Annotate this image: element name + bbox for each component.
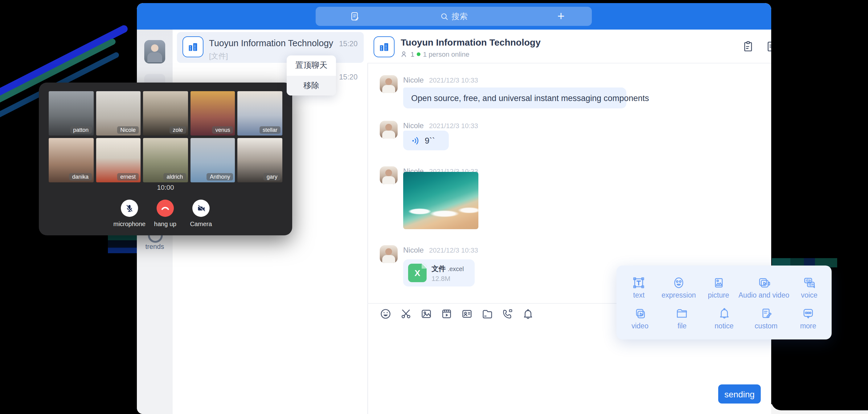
participant-tile[interactable]: venus xyxy=(190,91,235,135)
participant-tile[interactable]: Anthony xyxy=(190,138,235,182)
panel-item-more[interactable]: more xyxy=(787,302,829,333)
panel-item-expression[interactable]: expression xyxy=(659,272,699,302)
notification-bell-icon[interactable] xyxy=(522,308,534,320)
participant-name: stellar xyxy=(259,126,280,134)
file-size: 12.8M xyxy=(432,275,450,282)
chat-header-actions xyxy=(742,41,771,52)
panel-item-picture[interactable]: picture xyxy=(699,272,739,302)
chat-title: Tuoyun Information Technology xyxy=(401,37,541,47)
message-timestamp: 2021/12/3 10:33 xyxy=(429,122,478,129)
app-top-bar: 搜索 + xyxy=(137,3,771,30)
excel-file-icon: X xyxy=(408,264,427,282)
participant-name: danika xyxy=(69,173,92,181)
panel-item-audio-video[interactable]: Audio and video xyxy=(739,272,789,302)
image-message-beach-photo[interactable] xyxy=(403,172,478,229)
participant-name: patton xyxy=(70,126,92,134)
panel-item-custom[interactable]: custom xyxy=(745,302,787,333)
sender-name: Nicole xyxy=(403,121,424,130)
background-dark-window xyxy=(771,0,868,410)
building-icon xyxy=(378,41,390,53)
members-icon xyxy=(401,51,408,58)
participant-tile[interactable]: Nicole xyxy=(96,91,141,135)
voice-message-bubble[interactable]: 9`` xyxy=(403,131,449,150)
participant-tile[interactable]: ernest xyxy=(96,138,141,182)
hang-up-button[interactable] xyxy=(157,200,174,217)
panel-item-file[interactable]: file xyxy=(661,302,703,333)
file-extension: .excel xyxy=(447,265,464,272)
video-icon xyxy=(633,307,647,320)
video-clip-icon[interactable] xyxy=(441,308,453,320)
text-message-bubble[interactable]: Open source, free, and universal instant… xyxy=(403,88,626,108)
participant-name: zole xyxy=(170,126,186,134)
sender-avatar[interactable] xyxy=(380,121,398,138)
send-button-label: sending xyxy=(724,389,754,399)
desktop-composite: 搜索 + trends Tuoyun Information Tech xyxy=(0,0,868,414)
chat-subtitle: 1 1 person online xyxy=(401,51,469,58)
group-avatar xyxy=(183,36,204,57)
participant-tile[interactable]: danika xyxy=(49,138,93,182)
participant-name: Nicole xyxy=(117,126,139,134)
participant-tile[interactable]: aldrich xyxy=(143,138,188,182)
conversation-time: 15:20 xyxy=(339,73,358,81)
picture-icon xyxy=(712,276,725,289)
more-icon xyxy=(801,307,815,320)
participant-name: Anthony xyxy=(207,173,233,181)
member-count: 1 xyxy=(410,51,414,58)
camera-label: Camera xyxy=(176,221,226,227)
online-dot xyxy=(417,52,421,56)
camera-toggle-button[interactable] xyxy=(192,200,210,217)
trends-label: trends xyxy=(137,243,173,250)
participant-name: ernest xyxy=(117,173,139,181)
panel-item-text[interactable]: text xyxy=(619,272,659,302)
send-button[interactable]: sending xyxy=(718,384,761,404)
menu-item-pin-chat[interactable]: 置顶聊天 xyxy=(287,56,336,75)
call-timer: 10:00 xyxy=(39,184,292,191)
message-timestamp: 2021/12/3 10:33 xyxy=(429,247,478,254)
video-call-window: patton Nicole zole venus stellar danika … xyxy=(39,83,292,235)
participant-tile[interactable]: zole xyxy=(143,91,188,135)
add-button[interactable]: + xyxy=(549,7,573,26)
menu-item-remove[interactable]: 移除 xyxy=(287,75,336,95)
voice-bubbles-icon xyxy=(802,276,816,289)
participant-name: venus xyxy=(212,126,233,134)
voice-wave-icon xyxy=(411,136,421,145)
file-folder-icon[interactable] xyxy=(482,308,493,320)
camera-off-icon xyxy=(196,203,206,213)
message-timestamp: 2021/12/3 10:33 xyxy=(429,76,478,84)
user-avatar[interactable] xyxy=(144,40,165,63)
video-call-icon[interactable] xyxy=(502,308,514,320)
sender-avatar[interactable] xyxy=(380,75,398,93)
chat-header: Tuoyun Information Technology 1 1 person… xyxy=(367,30,771,63)
screenshot-scissors-icon[interactable] xyxy=(400,308,412,320)
image-icon[interactable] xyxy=(421,308,432,320)
file-message-bubble[interactable]: X 文件 .excel 12.8M xyxy=(403,259,475,286)
panel-item-notice[interactable]: notice xyxy=(703,302,745,333)
message-types-panel: text expression picture Audio and video … xyxy=(617,265,832,340)
sender-avatar[interactable] xyxy=(380,166,398,184)
participant-tile[interactable]: gary xyxy=(238,138,282,182)
panel-item-voice[interactable]: voice xyxy=(789,272,829,302)
microphone-muted-icon xyxy=(125,204,134,213)
online-status: 1 person online xyxy=(423,51,469,58)
voice-duration: 9`` xyxy=(425,136,435,145)
search-placeholder: 搜索 xyxy=(452,11,468,22)
message-text: Open source, free, and universal instant… xyxy=(403,93,657,103)
plus-icon: + xyxy=(557,9,564,23)
conversation-context-menu: 置顶聊天 移除 xyxy=(287,56,336,95)
chat-history-icon[interactable] xyxy=(766,41,771,52)
text-icon xyxy=(632,276,646,289)
panel-item-video[interactable]: video xyxy=(619,302,661,333)
contact-card-icon[interactable] xyxy=(461,308,473,320)
sender-avatar[interactable] xyxy=(380,245,398,263)
group-avatar xyxy=(374,36,395,57)
participant-tile[interactable]: patton xyxy=(49,91,93,135)
participant-name: aldrich xyxy=(164,173,186,181)
conversation-last-message: [文件] xyxy=(209,51,228,62)
participant-tile[interactable]: stellar xyxy=(238,91,282,135)
custom-icon xyxy=(759,307,773,320)
expression-icon xyxy=(672,276,685,289)
microphone-toggle-button[interactable] xyxy=(121,200,138,217)
audio-video-icon xyxy=(757,276,771,289)
emoji-icon[interactable] xyxy=(380,308,392,320)
group-board-icon[interactable] xyxy=(742,41,754,52)
